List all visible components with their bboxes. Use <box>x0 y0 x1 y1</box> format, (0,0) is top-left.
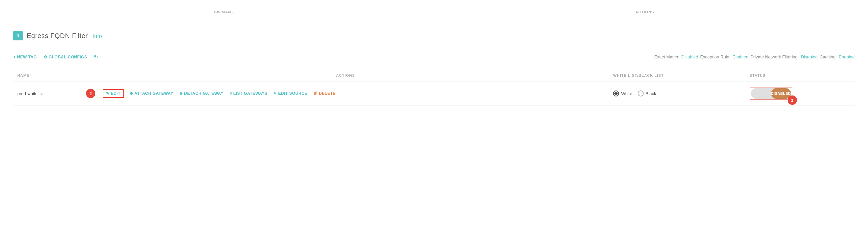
white-black-list-cell: White Black <box>609 81 745 106</box>
caching-label: Caching: <box>820 54 837 59</box>
actions-header: ACTIONS <box>636 10 654 14</box>
edit-source-button[interactable]: ✎ EDIT SOURCE <box>273 91 307 96</box>
toolbar-left: + NEW TAG ⚙ GLOBAL CONFIGS ↻ <box>13 54 98 60</box>
black-radio-circle[interactable] <box>638 90 644 96</box>
delete-button[interactable]: 🗑 DELETE <box>313 91 336 96</box>
black-radio-option[interactable]: Black <box>638 90 656 96</box>
exception-rule-label: Exception Rule: <box>700 54 730 59</box>
white-radio-label: White <box>621 91 632 96</box>
filter-table: NAME ACTIONS WHITE LIST/BLACK LIST STATU… <box>13 70 855 106</box>
section-header: 3 Egress FQDN Filter Info <box>13 31 855 40</box>
edit-button-wrapper: ✎ EDIT <box>103 89 124 98</box>
exception-rule-value: Enabled <box>732 54 748 59</box>
list-gateways-button[interactable]: ≡ LIST GATEWAYS <box>229 91 267 96</box>
actions-column-header: ACTIONS <box>82 70 609 81</box>
status-cell: Disabled 1 <box>746 81 855 106</box>
black-radio-label: Black <box>646 91 656 96</box>
white-black-list-column-header: WHITE LIST/BLACK LIST <box>609 70 745 81</box>
section-badge: 3 <box>13 31 23 40</box>
toggle-disabled-label: Disabled <box>771 88 791 99</box>
status-toggle[interactable]: Disabled <box>751 88 791 99</box>
exact-match-value: Disabled <box>681 54 698 59</box>
annotation-circle-2: 2 <box>86 89 95 98</box>
name-column-header: NAME <box>13 70 82 81</box>
private-network-label: Private Network Filtering: <box>750 54 799 59</box>
white-radio-circle[interactable] <box>613 90 619 96</box>
attach-gateway-button[interactable]: ⊕ ATTACH GATEWAY <box>130 91 173 96</box>
new-tag-button[interactable]: + NEW TAG <box>13 55 37 59</box>
actions-cell: 2 ✎ EDIT ⊕ ATTACH GATEWAY ⊖ DETACH GATEW… <box>82 81 609 106</box>
toolbar-right: Exact Match: Disabled Exception Rule: En… <box>654 54 855 59</box>
global-configs-button[interactable]: ⚙ GLOBAL CONFIGS <box>44 55 87 59</box>
refresh-icon[interactable]: ↻ <box>94 54 98 60</box>
info-link[interactable]: Info <box>93 33 102 39</box>
section-title: Egress FQDN Filter Info <box>27 32 102 40</box>
row-name: prod-whitelist <box>17 91 43 96</box>
annotation-circle-1: 1 <box>788 95 797 105</box>
private-network-value: Disabled <box>801 54 818 59</box>
edit-button[interactable]: ✎ EDIT <box>106 91 121 96</box>
gw-name-header: GW NAME <box>214 10 234 14</box>
status-toggle-wrapper: Disabled <box>750 87 792 100</box>
toolbar: + NEW TAG ⚙ GLOBAL CONFIGS ↻ Exact Match… <box>13 50 855 63</box>
section-title-text: Egress FQDN Filter <box>27 32 88 39</box>
table-header-row: NAME ACTIONS WHITE LIST/BLACK LIST STATU… <box>13 70 855 81</box>
exact-match-label: Exact Match: <box>654 54 679 59</box>
caching-value: Enabled <box>839 54 855 59</box>
white-radio-option[interactable]: White <box>613 90 632 96</box>
table-row: prod-whitelist 2 ✎ EDIT ⊕ ATTACH GATEWAY… <box>13 81 855 106</box>
detach-gateway-button[interactable]: ⊖ DETACH GATEWAY <box>179 91 223 96</box>
status-column-header: STATUS <box>746 70 855 81</box>
radio-group: White Black <box>613 90 741 96</box>
name-cell: prod-whitelist <box>13 81 82 106</box>
